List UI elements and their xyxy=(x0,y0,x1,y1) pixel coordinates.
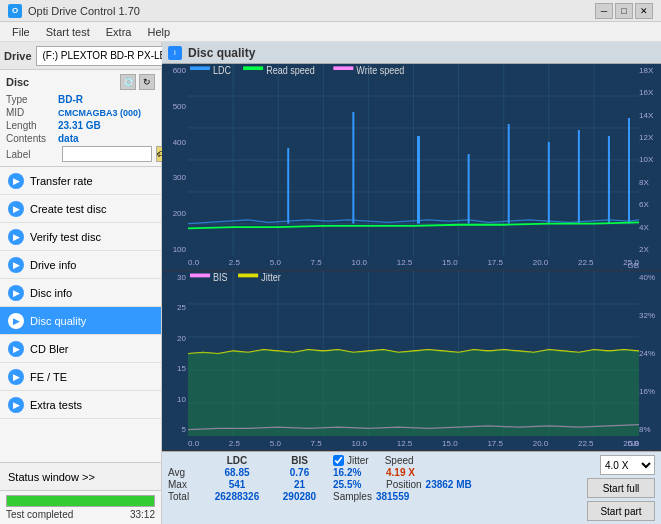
y-axis-right-bottom: 40% 32% 24% 16% 8% xyxy=(639,271,661,436)
disc-length-val: 23.31 GB xyxy=(58,120,101,131)
progress-area: Test completed 33:12 xyxy=(0,490,161,524)
top-chart-svg: LDC Read speed Write speed xyxy=(188,64,639,256)
menu-file[interactable]: File xyxy=(4,24,38,40)
y-b-30: 30 xyxy=(162,273,188,282)
total-bis: 290280 xyxy=(272,491,327,502)
svg-rect-24 xyxy=(190,66,210,70)
x-b-5: 5.0 xyxy=(270,439,281,448)
menu-extra[interactable]: Extra xyxy=(98,24,140,40)
disc-info-icon: ▶ xyxy=(8,285,24,301)
nav-fe-te[interactable]: ▶ FE / TE xyxy=(0,363,161,391)
x-unit-bottom: GB xyxy=(627,439,639,448)
x-b-2-5: 2.5 xyxy=(229,439,240,448)
nav-disc-info[interactable]: ▶ Disc info xyxy=(0,279,161,307)
disc-mid-key: MID xyxy=(6,107,58,118)
x-b-20: 20.0 xyxy=(533,439,549,448)
x-7-5: 7.5 xyxy=(311,258,322,267)
x-axis-bottom: 0.0 2.5 5.0 7.5 10.0 12.5 15.0 17.5 20.0… xyxy=(188,436,639,450)
disc-panel: Disc 💿 ↻ Type BD-R MID CMCMAGBA3 (000) L… xyxy=(0,70,161,167)
y-b-10: 10 xyxy=(162,395,188,404)
y-right-4x: 4X xyxy=(639,223,661,232)
disc-contents-key: Contents xyxy=(6,133,58,144)
avg-speed: 4.19 X xyxy=(386,467,415,478)
samples-label: Samples xyxy=(333,491,372,502)
x-15: 15.0 xyxy=(442,258,458,267)
progress-status: Test completed 33:12 xyxy=(6,509,155,520)
jitter-label: Jitter xyxy=(347,455,369,466)
app-icon: O xyxy=(8,4,22,18)
title-bar: O Opti Drive Control 1.70 ─ □ ✕ xyxy=(0,0,661,22)
top-chart: 600 500 400 300 200 100 18X 16X 14X 12X … xyxy=(162,64,661,271)
y-right-14x: 14X xyxy=(639,111,661,120)
svg-text:LDC: LDC xyxy=(213,64,231,76)
x-b-15: 15.0 xyxy=(442,439,458,448)
status-text: Test completed xyxy=(6,509,73,520)
disc-mid-val: CMCMAGBA3 (000) xyxy=(58,108,141,118)
disc-title: Disc xyxy=(6,76,29,88)
nav-create-test-disc[interactable]: ▶ Create test disc xyxy=(0,195,161,223)
y-axis-left-top: 600 500 400 300 200 100 xyxy=(162,64,188,256)
y-r-32: 32% xyxy=(639,311,661,320)
max-bis: 21 xyxy=(272,479,327,490)
stats-panel: LDC BIS Jitter Speed Avg 68.85 0.76 16.2 xyxy=(162,451,661,524)
nav-disc-quality[interactable]: ▶ Disc quality xyxy=(0,307,161,335)
y-b-15: 15 xyxy=(162,364,188,373)
speed-stat-header: Speed xyxy=(385,455,414,466)
test-speed-dropdown[interactable]: 4.0 X xyxy=(600,455,655,475)
stats-max-row: Max 541 21 25.5% Position 23862 MB xyxy=(168,479,583,490)
x-unit-top: GB xyxy=(627,261,639,270)
disc-type-row: Type BD-R xyxy=(6,94,155,105)
samples-val: 381559 xyxy=(376,491,409,502)
x-axis-top: 0.0 2.5 5.0 7.5 10.0 12.5 15.0 17.5 20.0… xyxy=(188,256,639,270)
start-full-button[interactable]: Start full xyxy=(587,478,655,498)
close-button[interactable]: ✕ xyxy=(635,3,653,19)
drive-label: Drive xyxy=(4,50,32,62)
jitter-checkbox-row: Jitter xyxy=(333,455,369,466)
nav-drive-info[interactable]: ▶ Drive info xyxy=(0,251,161,279)
nav-verify-test-disc[interactable]: ▶ Verify test disc xyxy=(0,223,161,251)
y-label-600: 600 xyxy=(162,66,188,75)
disc-label-key: Label xyxy=(6,149,58,160)
disc-contents-row: Contents data xyxy=(6,133,155,144)
stats-bis-header: BIS xyxy=(272,455,327,466)
jitter-checkbox[interactable] xyxy=(333,455,344,466)
y-label-100: 100 xyxy=(162,245,188,254)
x-10: 10.0 xyxy=(351,258,367,267)
drive-info-icon: ▶ xyxy=(8,257,24,273)
chart-icon: i xyxy=(168,46,182,60)
disc-refresh-btn[interactable]: ↻ xyxy=(139,74,155,90)
time-text: 33:12 xyxy=(130,509,155,520)
stats-right-controls: 4.0 X Start full Start part xyxy=(587,455,655,521)
y-r-40: 40% xyxy=(639,273,661,282)
status-window-label: Status window >> xyxy=(8,471,95,483)
x-b-17-5: 17.5 xyxy=(487,439,503,448)
menu-start-test[interactable]: Start test xyxy=(38,24,98,40)
position-val: 23862 MB xyxy=(426,479,472,490)
position-label: Position xyxy=(386,479,422,490)
disc-icon-btn[interactable]: 💿 xyxy=(120,74,136,90)
status-window-nav[interactable]: Status window >> xyxy=(0,462,161,490)
svg-marker-44 xyxy=(188,350,639,436)
max-jitter: 25.5% xyxy=(333,479,378,490)
y-r-24: 24% xyxy=(639,349,661,358)
nav-extra-tests[interactable]: ▶ Extra tests xyxy=(0,391,161,419)
x-5: 5.0 xyxy=(270,258,281,267)
y-label-300: 300 xyxy=(162,173,188,182)
disc-length-row: Length 23.31 GB xyxy=(6,120,155,131)
maximize-button[interactable]: □ xyxy=(615,3,633,19)
stats-total-row: Total 26288326 290280 Samples 381559 xyxy=(168,491,583,502)
y-right-10x: 10X xyxy=(639,155,661,164)
svg-rect-45 xyxy=(190,273,210,277)
label-input[interactable] xyxy=(62,146,152,162)
x-0: 0.0 xyxy=(188,258,199,267)
disc-type-val: BD-R xyxy=(58,94,83,105)
disc-contents-val: data xyxy=(58,133,79,144)
window-controls: ─ □ ✕ xyxy=(595,3,653,19)
nav-cd-bler[interactable]: ▶ CD Bler xyxy=(0,335,161,363)
minimize-button[interactable]: ─ xyxy=(595,3,613,19)
start-part-button[interactable]: Start part xyxy=(587,501,655,521)
verify-test-disc-icon: ▶ xyxy=(8,229,24,245)
x-2-5: 2.5 xyxy=(229,258,240,267)
menu-help[interactable]: Help xyxy=(139,24,178,40)
nav-transfer-rate[interactable]: ▶ Transfer rate xyxy=(0,167,161,195)
